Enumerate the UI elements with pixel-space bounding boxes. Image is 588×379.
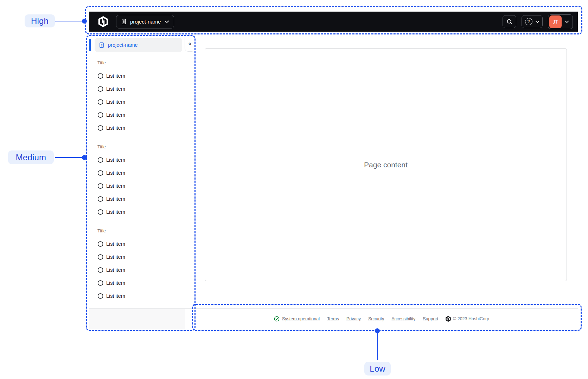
sidebar-item-project[interactable]: project-name bbox=[95, 38, 182, 52]
hashicorp-logo-icon bbox=[98, 16, 108, 27]
footer-link[interactable]: Accessibility bbox=[391, 316, 415, 321]
page-content-label: Page content bbox=[364, 161, 408, 169]
hexagon-icon bbox=[97, 209, 103, 215]
sidebar-item-label: List item bbox=[106, 254, 125, 260]
hexagon-icon bbox=[97, 157, 103, 163]
annotation-connector-medium bbox=[55, 157, 85, 158]
sidebar-item-label: List item bbox=[106, 293, 125, 299]
sidebar-list-item[interactable]: List item bbox=[89, 121, 177, 134]
page-content-placeholder: Page content bbox=[205, 48, 567, 281]
sidebar-item-label: List item bbox=[106, 112, 125, 118]
sidebar-list-item[interactable]: List item bbox=[89, 276, 177, 289]
search-button[interactable] bbox=[503, 15, 516, 28]
sidebar-list-item[interactable]: List item bbox=[89, 263, 177, 276]
account-menu-button[interactable]: JT bbox=[548, 14, 573, 29]
sidebar-section: TitleList itemList itemList itemList ite… bbox=[89, 57, 177, 134]
annotation-label-medium: Medium bbox=[8, 150, 54, 164]
sidebar-item-label: List item bbox=[106, 99, 125, 105]
navbar-left-group: project-name bbox=[98, 15, 174, 28]
chevron-down-icon bbox=[165, 20, 169, 23]
side-navigation: project-name « TitleList itemList itemLi… bbox=[89, 32, 185, 329]
sidebar-section-title: Title bbox=[89, 141, 177, 152]
sidebar-item-label: List item bbox=[106, 170, 125, 176]
sidebar-list-item[interactable]: List item bbox=[89, 95, 177, 108]
sidebar-list-item[interactable]: List item bbox=[89, 153, 177, 166]
app-footer: System operational TermsPrivacySecurityA… bbox=[185, 308, 578, 329]
footer-links: TermsPrivacySecurityAccessibilitySupport bbox=[327, 316, 438, 321]
sidebar-list-item[interactable]: List item bbox=[89, 69, 177, 82]
help-menu-button[interactable]: ? bbox=[522, 15, 543, 28]
document-icon bbox=[99, 42, 104, 48]
footer-link[interactable]: Support bbox=[423, 316, 438, 321]
chevron-down-icon bbox=[535, 20, 539, 23]
screenshot-canvas: project-name ? JT bbox=[0, 0, 588, 379]
search-icon bbox=[506, 19, 513, 25]
collapse-icon: « bbox=[188, 40, 192, 47]
hexagon-icon bbox=[97, 112, 103, 118]
sidebar-list-item[interactable]: List item bbox=[89, 179, 177, 192]
sidebar-item-label: List item bbox=[106, 280, 125, 286]
annotation-label-high: High bbox=[25, 14, 55, 27]
system-status-link[interactable]: System operational bbox=[274, 316, 320, 322]
sidebar-item-label: List item bbox=[106, 267, 125, 273]
hashicorp-logo-icon bbox=[446, 316, 451, 322]
status-check-icon bbox=[274, 316, 280, 322]
project-switcher-button[interactable]: project-name bbox=[116, 15, 174, 28]
sidebar-list-item[interactable]: List item bbox=[89, 289, 177, 302]
annotation-dot-medium bbox=[82, 155, 87, 160]
annotation-dot-low bbox=[375, 328, 380, 333]
document-icon bbox=[121, 19, 127, 25]
sidebar-item-label: List item bbox=[106, 209, 125, 215]
sidebar-section-title: Title bbox=[89, 225, 177, 236]
system-status-label: System operational bbox=[282, 316, 320, 321]
sidebar-list-item[interactable]: List item bbox=[89, 166, 177, 179]
annotation-connector-high bbox=[55, 21, 85, 22]
sidebar-collapse-button[interactable]: « bbox=[185, 36, 195, 52]
sidebar-item-label: List item bbox=[106, 86, 125, 92]
hexagon-icon bbox=[97, 86, 103, 92]
navbar-right-group: ? JT bbox=[503, 14, 573, 29]
hexagon-icon bbox=[97, 73, 103, 79]
sidebar-list-item[interactable]: List item bbox=[89, 108, 177, 121]
hexagon-icon bbox=[97, 196, 103, 202]
sidebar-item-label: List item bbox=[106, 125, 125, 131]
hexagon-icon bbox=[97, 170, 103, 176]
sidebar-item-label: List item bbox=[106, 73, 125, 79]
sidebar-active-label: project-name bbox=[108, 42, 138, 48]
sidebar-list-item[interactable]: List item bbox=[89, 205, 177, 218]
sidebar-footer-area bbox=[89, 308, 185, 329]
sidebar-item-label: List item bbox=[106, 157, 125, 163]
sidebar-list-item[interactable]: List item bbox=[89, 237, 177, 250]
hexagon-icon bbox=[97, 254, 103, 260]
annotation-dot-high bbox=[82, 19, 87, 24]
sidebar-sections: TitleList itemList itemList itemList ite… bbox=[89, 52, 177, 302]
help-icon: ? bbox=[525, 18, 532, 25]
top-navbar: project-name ? JT bbox=[89, 12, 578, 32]
annotation-connector-low bbox=[377, 333, 378, 360]
sidebar-list-item[interactable]: List item bbox=[89, 82, 177, 95]
sidebar-list-item[interactable]: List item bbox=[89, 192, 177, 205]
sidebar-list-item[interactable]: List item bbox=[89, 250, 177, 263]
hexagon-icon bbox=[97, 293, 103, 299]
sidebar-item-label: List item bbox=[106, 183, 125, 189]
user-avatar: JT bbox=[549, 15, 562, 28]
sidebar-section: TitleList itemList itemList itemList ite… bbox=[89, 225, 177, 302]
sidebar-item-label: List item bbox=[106, 196, 125, 202]
chevron-down-icon bbox=[565, 20, 569, 23]
footer-link[interactable]: Security bbox=[368, 316, 384, 321]
footer-link[interactable]: Terms bbox=[327, 316, 339, 321]
sidebar-section: TitleList itemList itemList itemList ite… bbox=[89, 141, 177, 218]
footer-link[interactable]: Privacy bbox=[346, 316, 361, 321]
sidebar-item-label: List item bbox=[106, 241, 125, 247]
project-switcher-label: project-name bbox=[130, 19, 161, 25]
hexagon-icon bbox=[97, 125, 103, 131]
annotation-label-low: Low bbox=[364, 362, 391, 375]
active-item-indicator bbox=[89, 39, 91, 51]
sidebar-section-title: Title bbox=[89, 57, 177, 68]
hexagon-icon bbox=[97, 99, 103, 105]
hexagon-icon bbox=[97, 280, 103, 286]
copyright-text: © 2023 HashiCorp bbox=[453, 316, 489, 321]
hexagon-icon bbox=[97, 267, 103, 273]
footer-copyright-group: © 2023 HashiCorp bbox=[446, 316, 489, 322]
hexagon-icon bbox=[97, 241, 103, 247]
